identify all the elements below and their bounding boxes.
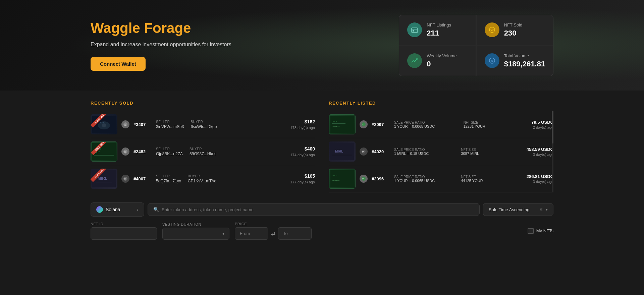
svg-rect-24 bbox=[332, 123, 345, 124]
hero-title: Waggle Forage bbox=[91, 20, 399, 36]
chevron-right-icon: › bbox=[137, 207, 139, 212]
nft-size-label-3: NFT Size bbox=[461, 175, 522, 179]
hero-left: Waggle Forage Expand and increase invest… bbox=[91, 20, 399, 71]
listed-coin-2: M bbox=[360, 148, 368, 156]
nft-size-group-2: NFT Size 3057 MIRL bbox=[461, 148, 522, 156]
nft-size-label-2: NFT Size bbox=[461, 148, 522, 152]
price-to-input[interactable] bbox=[278, 227, 312, 240]
sold-price-area-2: $400 174 day(s) ago bbox=[290, 146, 315, 157]
stat-label-weekly: Weekly Volume bbox=[427, 53, 457, 58]
sold-item-2: SOLD OUT SOLD OUT ◎ #2482 bbox=[91, 138, 315, 165]
hero-subtitle: Expand and increase investment opportuni… bbox=[91, 42, 399, 48]
listed-thumb-1: YOUR Vesting NFT bbox=[329, 114, 356, 134]
sold-thumb-1: SOLD OUT PLAY bbox=[91, 114, 117, 134]
listed-id-2: #4020 bbox=[372, 149, 390, 154]
vesting-duration-label: Vesting Duration bbox=[162, 222, 229, 226]
stat-nft-sold: NFT Sold 230 bbox=[477, 15, 553, 45]
buyer-label-2: BUYER bbox=[190, 147, 216, 151]
svg-text:Y: Y bbox=[362, 124, 364, 126]
price-from-input[interactable] bbox=[235, 227, 268, 240]
stat-value-sold: 230 bbox=[504, 29, 523, 38]
seller-value-1: 3inVFW...mSb3 bbox=[156, 124, 184, 129]
scrollbar-track[interactable] bbox=[552, 111, 553, 192]
sort-dropdown[interactable]: Sale Time Ascending ✕ ▾ bbox=[483, 203, 553, 216]
listed-time-3: 3 day(s) ago bbox=[527, 180, 553, 184]
nft-id-label: NFT ID bbox=[91, 222, 157, 226]
svg-rect-1 bbox=[413, 30, 414, 32]
sold-price-area-1: $162 173 day(s) ago bbox=[290, 119, 315, 130]
main-content: RECENTLY SOLD SOLD OUT PLAY ◎ bbox=[0, 91, 644, 250]
coin-3: ◎ bbox=[121, 175, 129, 183]
sold-thumb-3: SOLD OUT MIRL bbox=[91, 169, 117, 189]
listed-thumb-content-1: YOUR Vesting NFT bbox=[329, 115, 355, 134]
stat-label-total: Total Volume bbox=[504, 53, 545, 58]
price-swap-icon[interactable]: ⇄ bbox=[271, 230, 275, 237]
nft-size-value-1: 12231 YOUR bbox=[464, 124, 528, 128]
listings-grid: RECENTLY SOLD SOLD OUT PLAY ◎ bbox=[91, 101, 553, 192]
svg-text:◎: ◎ bbox=[124, 178, 126, 180]
listed-price-2: 458.59 USDC bbox=[527, 147, 553, 152]
sale-price-value-2: 1 MIRL = 0.15 USDC bbox=[394, 152, 455, 156]
listed-price-1: 79.5 USDC bbox=[531, 120, 553, 125]
buyer-group-1: BUYER 6suWts...Dkgb bbox=[191, 120, 217, 129]
blockchain-dropdown[interactable]: Solana › bbox=[91, 202, 144, 217]
listed-price-area-1: 79.5 USDC 2 day(s) ago bbox=[531, 120, 553, 129]
nft-size-label-1: NFT Size bbox=[464, 121, 528, 124]
buyer-label-1: BUYER bbox=[191, 120, 217, 124]
vesting-dropdown[interactable]: ▾ bbox=[162, 228, 229, 240]
price-group: Price ⇄ bbox=[235, 222, 312, 240]
recently-sold-title: RECENTLY SOLD bbox=[91, 101, 315, 106]
seller-label-3: SELLER bbox=[156, 174, 181, 178]
listed-thumb-3: YOUR Vesting NFT bbox=[329, 169, 356, 189]
stats-grid: NFT Listings 211 NFT Sold 230 bbox=[399, 15, 553, 76]
listed-item-2: MIRL M #4020 Sale Price Ratio 1 MIRL = 0… bbox=[329, 138, 553, 165]
seller-group-1: SELLER 3inVFW...mSb3 bbox=[156, 120, 184, 129]
svg-rect-0 bbox=[412, 28, 418, 33]
listed-details-3: Sale Price Ratio 1 YOUR = 0.0065 USDC NF… bbox=[394, 175, 523, 183]
svg-text:◎: ◎ bbox=[124, 123, 126, 126]
stat-info-weekly: Weekly Volume 0 bbox=[427, 53, 457, 68]
search-box: 🔍 bbox=[148, 203, 480, 216]
buyer-value-1: 6suWts...Dkgb bbox=[191, 124, 217, 129]
svg-rect-19 bbox=[96, 182, 112, 182]
svg-point-2 bbox=[489, 27, 495, 33]
svg-rect-33 bbox=[330, 170, 354, 187]
seller-group-2: SELLER Gjp8BK...n2ZA bbox=[156, 147, 183, 156]
stat-label-sold: NFT Sold bbox=[504, 22, 523, 27]
listed-coin-1: Y bbox=[360, 120, 368, 128]
vesting-group: Vesting Duration ▾ bbox=[162, 222, 229, 240]
listed-id-3: #2096 bbox=[372, 176, 390, 181]
sale-price-value-3: 1 YOUR = 0.0065 USDC bbox=[394, 179, 455, 183]
scrollbar-thumb[interactable] bbox=[552, 111, 553, 143]
nft-id-input[interactable] bbox=[91, 227, 157, 240]
sale-price-group-2: Sale Price Ratio 1 MIRL = 0.15 USDC bbox=[394, 148, 455, 156]
my-nfts-label: My NFTs bbox=[536, 228, 553, 233]
buyer-group-2: BUYER 59G987...Hkns bbox=[190, 147, 216, 156]
sold-id-2: #2482 bbox=[133, 149, 152, 154]
clear-sort-icon[interactable]: ✕ bbox=[539, 207, 543, 212]
listed-details-2: Sale Price Ratio 1 MIRL = 0.15 USDC NFT … bbox=[394, 148, 523, 156]
nft-id-group: NFT ID bbox=[91, 222, 157, 240]
recently-sold-section: RECENTLY SOLD SOLD OUT PLAY ◎ bbox=[91, 101, 322, 192]
stat-info-listings: NFT Listings 211 bbox=[427, 22, 451, 38]
sale-price-label-3: Sale Price Ratio bbox=[394, 175, 455, 179]
sale-price-label-1: Sale Price Ratio bbox=[394, 121, 458, 124]
sold-thumb-2: SOLD OUT SOLD OUT bbox=[91, 141, 117, 162]
sold-details-3: SELLER 5oQ7fa...71yx BUYER CP1KsV...mTAd bbox=[156, 174, 286, 183]
hero-section: Waggle Forage Expand and increase invest… bbox=[0, 0, 644, 91]
solana-icon bbox=[96, 206, 103, 213]
total-volume-icon: $ bbox=[485, 53, 499, 68]
my-nfts-checkbox[interactable] bbox=[528, 228, 534, 234]
buyer-value-3: CP1KsV...mTAd bbox=[188, 179, 216, 183]
sold-time-1: 173 day(s) ago bbox=[290, 126, 315, 130]
sale-price-group-1: Sale Price Ratio 1 YOUR = 0.0065 USDC bbox=[394, 121, 458, 128]
connect-wallet-button[interactable]: Connect Wallet bbox=[91, 57, 146, 71]
svg-text:Vesting NFT: Vesting NFT bbox=[332, 180, 340, 181]
search-icon: 🔍 bbox=[153, 207, 159, 212]
stat-info-total: Total Volume $189,261.81 bbox=[504, 53, 545, 68]
nft-size-value-3: 44125 YOUR bbox=[461, 179, 522, 183]
listed-id-1: #2097 bbox=[372, 122, 390, 127]
search-input[interactable] bbox=[162, 207, 474, 212]
my-nfts-toggle[interactable]: My NFTs bbox=[528, 228, 553, 234]
svg-rect-35 bbox=[332, 178, 345, 178]
